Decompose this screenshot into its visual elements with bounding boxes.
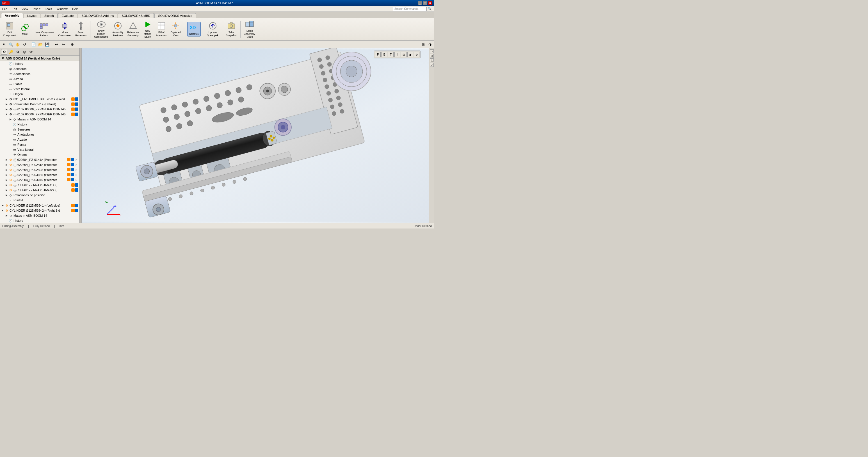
expand-expander-1[interactable]: ▶ [4,107,8,111]
expand-alzado[interactable] [4,77,8,81]
exploded-view-button[interactable]: ExplodedView [169,20,183,38]
edit-component-button[interactable]: EditComponent [2,20,18,38]
window-controls[interactable]: _ □ ✕ [418,1,432,5]
right-panel-btn-4[interactable]: ▽ [430,63,434,67]
tab-layout[interactable]: Layout [24,13,40,18]
expand-pz-01[interactable]: ▶ [4,158,8,162]
expand-history-1[interactable] [4,62,8,66]
expand-planta-2[interactable] [8,143,12,147]
view-top-button[interactable]: T [388,52,394,57]
fm-tab-feature-manager[interactable]: ⚙ [1,49,7,55]
toolbar-new-button[interactable]: 📄 [31,41,37,48]
toolbar-redo-button[interactable]: ↪ [60,41,66,48]
expand-pz-02-2[interactable]: ▶ [4,168,8,172]
tree-item-iso-1[interactable]: ▶ ⚙ (-) ISO 4017 - M24 x 50-N<1> ( [0,182,80,187]
fm-tab-dim-expert[interactable]: ◎ [21,49,28,55]
toolbar-view-orient-button[interactable]: ⊞ [420,41,426,48]
linear-component-pattern-button[interactable]: Linear ComponentPattern [32,20,56,38]
tab-sketch[interactable]: Sketch [41,13,58,18]
expand-relaciones[interactable]: ▶ [4,193,8,197]
expand-sensors-2[interactable] [8,127,12,131]
menu-file[interactable]: File [0,6,9,11]
tab-solidworks-mbd[interactable]: SOLIDWORKS MBD [118,13,154,18]
bill-of-materials-button[interactable]: Bill ofMaterials [155,20,168,38]
toolbar-display-button[interactable]: ◑ [427,41,433,48]
tree-item-ensamble-but[interactable]: ▶ ⚙ 0315_ENSAMBLE BUT 28<1> (Fixed [0,97,80,102]
tree-item-expander-1[interactable]: ▶ ⚙ (-) 0107 00006_EXPANDER Ø60x145 [0,107,80,112]
smart-fasteners-button[interactable]: SmartFasteners [74,20,88,38]
expand-planta[interactable] [4,82,8,86]
fm-tab-property-manager[interactable]: 🔑 [8,49,14,55]
expand-mates-asm-2[interactable]: ▶ [8,117,12,121]
view-front-button[interactable]: F [375,52,381,57]
reference-geometry-button[interactable]: ReferenceGeometry [126,20,141,38]
tree-item-pz-02-1[interactable]: ▶ ⚙ (-) 622604_PZ-02<1> (Predeter ✕ [0,162,80,167]
fm-tree[interactable]: 🕐 History ◎ Sensores ✏ Anotaciones ▭ Alz… [0,61,80,223]
view-display-mode-button[interactable]: ◑ [407,52,413,57]
expand-history-3[interactable] [4,219,8,223]
view-isometric-button[interactable]: I [395,52,400,57]
menu-view[interactable]: View [19,6,31,11]
tree-item-pz-02-2[interactable]: ▶ ⚙ (-) 622604_PZ-02<2> (Predeter ✕ [0,167,80,172]
expand-cylinder-right[interactable]: ▼ [1,209,4,213]
tree-item-pz-03-4[interactable]: ▶ ⚙ (-) 622604_PZ-03<4> (Predeter ✕ [0,177,80,182]
toolbar-pan-button[interactable]: ✋ [14,41,21,48]
menu-edit[interactable]: Edit [9,6,19,11]
close-button[interactable]: ✕ [428,1,432,5]
tree-item-planta[interactable]: ▭ Planta [0,82,80,87]
expand-vista-lateral-2[interactable] [8,148,12,152]
right-panel-btn-3[interactable]: △ [430,58,434,62]
tree-item-sensors-2[interactable]: ◎ Sensores [0,127,80,132]
toolbar-rotate-button[interactable]: ↺ [21,41,28,48]
tree-item-history-2[interactable]: 🕐 History [0,122,80,127]
tree-item-expander-2[interactable]: ▼ ⚙ (-) 0107 00006_EXPANDER Ø60x145 [0,112,80,117]
right-panel-btn-2[interactable]: ◁ [430,54,434,58]
toolbar-zoom-button[interactable]: 🔍 [8,41,14,48]
tree-item-cylinder-right[interactable]: ▼ ⚙ CYLINDER Ø125x536<2> (Right Sid [0,208,80,213]
tree-item-alzado-2[interactable]: ▭ Alzado [0,137,80,142]
viewport[interactable]: X Y Z F B T I ⊡ ◑ ⊘ [82,48,429,223]
right-panel-btn-1[interactable]: ▷ [430,50,434,53]
expand-sensores[interactable] [4,67,8,71]
menu-window[interactable]: Window [55,6,70,11]
expand-alzado-2[interactable] [8,138,12,142]
menu-tools[interactable]: Tools [43,6,55,11]
tree-item-pz-01[interactable]: ▶ ⚙ (f) 622604_PZ-01<1> (Predeter ✕ [0,157,80,162]
tree-item-origen-2[interactable]: ✛ Origen [0,152,80,157]
update-speedpak-button[interactable]: UpdateSpeedpak [206,20,220,38]
search-commands-input[interactable] [393,7,427,11]
expand-annotations-2[interactable] [8,132,12,136]
tree-item-planta-2[interactable]: ▭ Planta [0,142,80,147]
expand-ensamble[interactable]: ▶ [4,97,8,101]
tree-item-relaciones[interactable]: ▶ ◇ Relaciones de posición [0,192,80,197]
tab-solidworks-addins[interactable]: SOLIDWORKS Add-Ins [78,13,117,18]
tree-item-pz-03-3[interactable]: ▶ ⚙ (-) 622604_PZ-03<3> (Predeter ✕ [0,172,80,177]
large-assembly-mode-button[interactable]: LargeAssemblyMode [243,19,256,39]
fm-tab-config-manager[interactable]: ⚙ [14,49,21,55]
expand-vista-lateral[interactable] [4,87,8,91]
tab-solidworks-visualize[interactable]: SOLIDWORKS Visualize [154,13,196,18]
maximize-button[interactable]: □ [423,1,427,5]
expand-cylinder-left[interactable]: ▶ [1,204,4,208]
expand-pz-03-4[interactable]: ▶ [4,178,8,182]
tree-item-anotaciones[interactable]: ✏ Anotaciones [0,71,80,77]
tab-evaluate[interactable]: Evaluate [58,13,78,18]
tree-item-punto1[interactable]: · Punto1 [0,197,80,203]
take-snapshot-button[interactable]: TakeSnapshot [224,20,238,38]
view-zoom-fit-button[interactable]: ⊡ [401,52,406,57]
expand-pz-02-1[interactable]: ▶ [4,163,8,167]
tree-item-annotations-2[interactable]: ✏ Anotaciones [0,132,80,137]
tree-item-vista-lateral[interactable]: ▭ Vista lateral [0,87,80,92]
tree-item-sensores[interactable]: ◎ Sensores [0,66,80,71]
new-motion-study-button[interactable]: NewMotionStudy [142,19,154,39]
minimize-button[interactable]: _ [418,1,422,5]
tree-item-vista-lateral-2[interactable]: ▭ Vista lateral [0,147,80,152]
tree-item-cylinder-left[interactable]: ▶ ⚙ CYLINDER Ø125x536<1> (Left side) [0,203,80,208]
tree-item-history-1[interactable]: 🕐 History [0,61,80,66]
tree-item-origen[interactable]: ✛ Origen [0,92,80,97]
tree-item-history-3[interactable]: 🕐 History [0,218,80,223]
expand-retractable[interactable]: ▶ [4,102,8,106]
toolbar-save-button[interactable]: 💾 [44,41,50,48]
tree-item-mates-asm-2[interactable]: ▶ ◇ Mates in ASM BOOM 14 [0,117,80,122]
menu-insert[interactable]: Insert [30,6,43,11]
